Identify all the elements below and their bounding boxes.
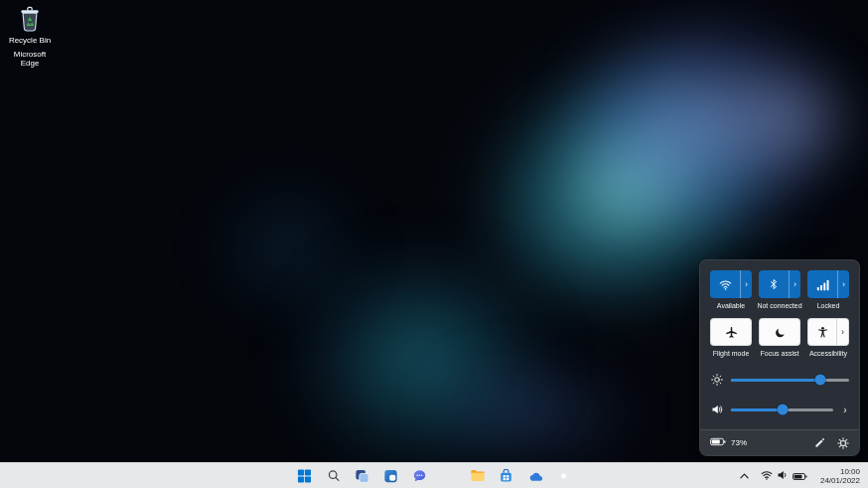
volume-icon [710, 404, 723, 415]
start-button[interactable] [294, 465, 316, 487]
recycle-bin-icon [18, 6, 42, 34]
task-view-button[interactable] [352, 465, 373, 487]
volume-slider[interactable] [731, 408, 833, 411]
accessibility-icon [808, 319, 836, 345]
brightness-icon [710, 374, 723, 386]
focus-assist-icon [760, 319, 799, 345]
cellular-button[interactable]: › [807, 270, 849, 298]
clock-date: 24/01/2022 [820, 476, 860, 485]
quick-settings-panel: › Available › Not connected [699, 259, 860, 456]
wifi-icon [710, 270, 740, 298]
brightness-slider-thumb[interactable] [815, 375, 826, 386]
quick-settings-actions [814, 437, 849, 449]
quick-setting-flight-mode: Flight mode [710, 318, 752, 358]
widgets-icon [384, 469, 398, 483]
flight-mode-icon [711, 319, 751, 345]
microsoft-store-button[interactable] [496, 465, 517, 487]
battery-percent-label: 73% [731, 438, 747, 447]
task-view-icon [356, 469, 369, 483]
quick-setting-focus-assist: Focus assist [759, 318, 800, 358]
desktop-icon-recycle-bin[interactable]: Recycle Bin [1, 6, 59, 45]
taskbar-clock[interactable]: 10:00 24/01/2022 [817, 466, 863, 486]
bluetooth-icon [759, 270, 789, 298]
wifi-status-label: Available [705, 301, 757, 310]
photos-button[interactable] [553, 465, 575, 487]
desktop-icon-label: Recycle Bin [9, 36, 51, 45]
search-button[interactable] [323, 465, 345, 487]
flight-mode-button[interactable] [710, 318, 752, 346]
onedrive-button[interactable] [524, 465, 546, 487]
onedrive-icon [527, 470, 543, 482]
battery-icon [710, 437, 726, 448]
settings-icon[interactable] [837, 437, 849, 449]
quick-settings-footer: 73% [700, 429, 859, 455]
accessibility-label: Accessibility [802, 349, 854, 358]
taskbar-tray: 10:00 24/01/2022 [738, 463, 863, 488]
tray-status-group[interactable] [758, 465, 810, 487]
bluetooth-button[interactable]: › [759, 270, 800, 298]
quick-setting-wifi: › Available [710, 270, 752, 310]
flight-mode-label: Flight mode [705, 349, 757, 358]
desktop-icon-microsoft-edge[interactable]: Microsoft Edge [1, 48, 59, 68]
cellular-icon [807, 270, 837, 298]
taskbar-center [294, 463, 575, 488]
accessibility-button[interactable]: › [807, 318, 849, 346]
clock-time: 10:00 [840, 467, 860, 476]
chevron-right-icon[interactable]: › [841, 405, 849, 415]
edge-button[interactable] [438, 465, 460, 487]
volume-slider-fill [731, 408, 783, 411]
wifi-button[interactable]: › [710, 270, 752, 298]
battery-status[interactable]: 73% [710, 437, 747, 448]
volume-icon [777, 467, 789, 485]
cellular-status-label: Locked [802, 301, 854, 310]
quick-setting-cellular: › Locked [807, 270, 849, 310]
start-icon [298, 469, 312, 483]
quick-setting-accessibility: › Accessibility [807, 318, 849, 358]
brightness-slider-fill [731, 379, 820, 382]
store-icon [500, 469, 513, 483]
focus-assist-button[interactable] [759, 318, 800, 346]
desktop-icon-label: Microsoft Edge [6, 50, 54, 68]
taskbar: 10:00 24/01/2022 [0, 462, 868, 488]
quick-settings-grid: › Available › Not connected [710, 270, 849, 366]
chat-button[interactable] [409, 465, 431, 487]
chevron-up-icon[interactable] [738, 471, 751, 481]
chat-icon [413, 469, 427, 483]
wifi-icon [761, 467, 773, 485]
bluetooth-status-label: Not connected [754, 301, 805, 310]
volume-slider-thumb[interactable] [777, 405, 788, 415]
battery-icon [793, 467, 807, 485]
file-explorer-icon [470, 468, 485, 483]
brightness-row [710, 370, 849, 390]
brightness-slider[interactable] [731, 379, 849, 382]
chevron-right-icon[interactable]: › [836, 319, 848, 345]
chevron-right-icon[interactable]: › [837, 270, 849, 298]
chevron-right-icon[interactable]: › [740, 270, 752, 298]
quick-setting-bluetooth: › Not connected [759, 270, 800, 310]
file-explorer-button[interactable] [467, 465, 489, 487]
volume-row: › [710, 400, 849, 419]
focus-assist-label: Focus assist [754, 349, 805, 358]
widgets-button[interactable] [380, 465, 402, 487]
edit-icon[interactable] [814, 437, 825, 448]
search-icon [327, 469, 340, 482]
chevron-right-icon[interactable]: › [789, 270, 800, 298]
